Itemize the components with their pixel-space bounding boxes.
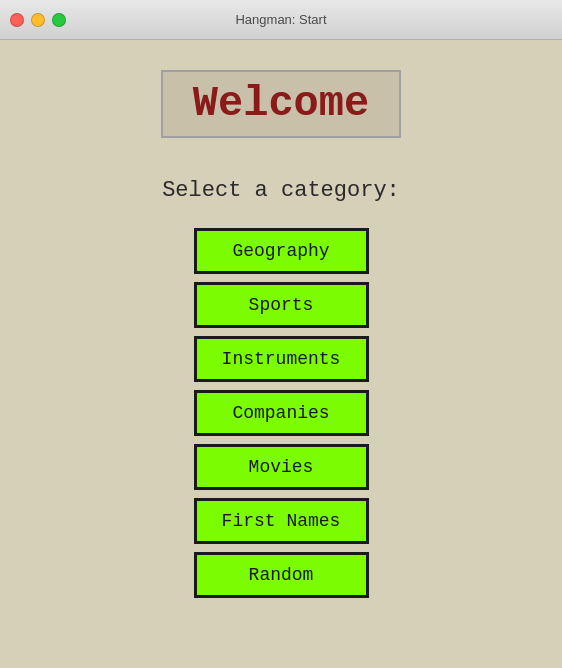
window-title: Hangman: Start xyxy=(235,12,326,27)
select-category-label: Select a category: xyxy=(162,178,400,203)
maximize-button[interactable] xyxy=(52,13,66,27)
category-button-instruments[interactable]: Instruments xyxy=(194,336,369,382)
welcome-box: Welcome xyxy=(161,70,401,138)
close-button[interactable] xyxy=(10,13,24,27)
window-controls xyxy=(10,13,66,27)
category-button-companies[interactable]: Companies xyxy=(194,390,369,436)
category-buttons-container: GeographySportsInstrumentsCompaniesMovie… xyxy=(194,228,369,598)
category-button-sports[interactable]: Sports xyxy=(194,282,369,328)
main-content: Welcome Select a category: GeographySpor… xyxy=(0,40,562,598)
minimize-button[interactable] xyxy=(31,13,45,27)
category-button-geography[interactable]: Geography xyxy=(194,228,369,274)
category-button-random[interactable]: Random xyxy=(194,552,369,598)
welcome-heading: Welcome xyxy=(193,80,369,128)
category-button-first-names[interactable]: First Names xyxy=(194,498,369,544)
title-bar: Hangman: Start xyxy=(0,0,562,40)
category-button-movies[interactable]: Movies xyxy=(194,444,369,490)
